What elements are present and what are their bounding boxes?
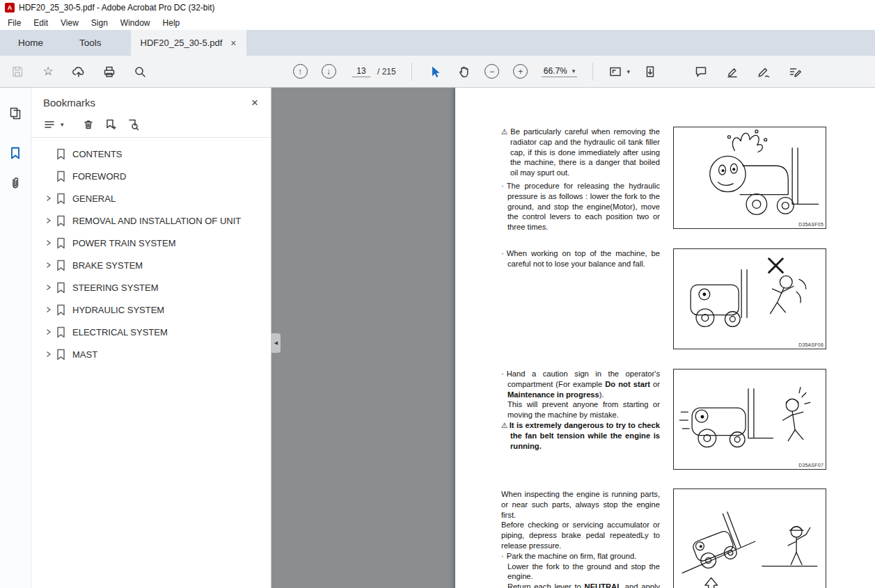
menu-edit[interactable]: Edit	[27, 17, 54, 29]
chevron-right-icon[interactable]	[42, 262, 56, 269]
bookmark-flag-icon	[56, 349, 66, 360]
bullet-paragraph: ·Park the machine on firm, flat ground.	[501, 551, 660, 562]
bookmark-label: MAST	[72, 349, 97, 360]
chevron-right-icon[interactable]	[42, 284, 56, 291]
figure-box: D35ASF08	[673, 488, 826, 588]
delete-bookmark-button[interactable]	[82, 118, 95, 131]
bookmark-options-button[interactable]: ▾	[43, 118, 64, 131]
cloud-upload-button[interactable]	[67, 61, 90, 83]
chevron-right-icon[interactable]	[42, 328, 56, 335]
paragraph-block: ⚠Be particularly careful when removing t…	[501, 127, 660, 235]
bookmark-flag-icon	[56, 326, 66, 338]
bookmarks-title: Bookmarks	[43, 97, 95, 109]
menu-help[interactable]: Help	[157, 17, 187, 29]
body-paragraph: When inspecting the engine is running pa…	[501, 489, 660, 520]
comment-icon	[694, 65, 708, 79]
chevron-right-icon	[42, 173, 56, 180]
bookmark-label: BRAKE SYSTEM	[72, 260, 143, 271]
main-toolbar: ☆ ↑ ↓ 13 / 215	[0, 56, 875, 88]
bookmark-item-steering-system[interactable]: STEERING SYSTEM	[31, 276, 271, 299]
panel-collapse-handle[interactable]: ◀	[271, 333, 281, 353]
star-button[interactable]: ☆	[36, 61, 60, 83]
bookmark-item-foreword[interactable]: FOREWORD	[31, 165, 271, 187]
bookmark-flag-icon	[56, 170, 66, 182]
zoom-level-dropdown[interactable]: 66.7% ▾	[542, 66, 578, 77]
zoom-out-button[interactable]: −	[480, 61, 504, 83]
print-button[interactable]	[97, 61, 121, 83]
tab-document[interactable]: HDF20_25_30-5.pdf ×	[131, 30, 246, 56]
bookmark-item-electrical-system[interactable]: ELECTRICAL SYSTEM	[31, 321, 271, 343]
bookmark-label: CONTENTS	[72, 149, 123, 159]
hand-tool-button[interactable]	[452, 61, 475, 83]
figure-caption: D35ASF05	[798, 222, 823, 227]
bookmarks-toolbar: ▾	[31, 114, 271, 138]
bookmark-item-removal-installation[interactable]: REMOVAL AND INSTALLATION OF UNIT	[31, 209, 271, 232]
menu-view[interactable]: View	[54, 17, 85, 29]
previous-page-button[interactable]: ↑	[288, 61, 312, 83]
menu-window[interactable]: Window	[114, 17, 157, 29]
bookmark-label: FOREWORD	[72, 171, 126, 182]
fill-sign-icon	[788, 65, 802, 79]
tab-tools[interactable]: Tools	[61, 30, 120, 56]
chevron-down-icon: ▾	[572, 67, 576, 74]
comment-button[interactable]	[689, 61, 713, 83]
scroll-mode-icon	[643, 65, 657, 79]
options-icon	[43, 118, 56, 131]
page-fit-button[interactable]: ▾	[604, 61, 633, 83]
zoom-in-button[interactable]: +	[509, 61, 533, 83]
pages-panel-button[interactable]	[5, 104, 26, 123]
bullet-paragraph: ·The procedure for releasing the hydraul…	[501, 181, 660, 232]
body-paragraph: Return each lever to NEUTRAL and apply t…	[501, 582, 660, 588]
chevron-right-icon[interactable]	[42, 306, 56, 313]
select-tool-button[interactable]	[423, 61, 447, 83]
body-paragraph: Before checking or servicing accumulator…	[501, 520, 660, 550]
bookmark-item-general[interactable]: GENERAL	[31, 187, 271, 209]
toolbar-divider	[592, 63, 593, 81]
toolbar-center-group: ↑ ↓ 13 / 215 − + 66.7% ▾	[288, 56, 662, 87]
title-bar: A HDF20_25_30-5.pdf - Adobe Acrobat Pro …	[0, 0, 875, 15]
bookmarks-panel-button[interactable]	[5, 143, 26, 163]
figure-box: D35ASF07	[673, 369, 826, 470]
add-bookmark-button[interactable]	[104, 118, 117, 131]
page-count-label: / 215	[377, 67, 396, 77]
figure-box: D35ASF06	[673, 248, 826, 349]
warning-icon: ⚠	[501, 127, 509, 136]
bookmarks-panel: Bookmarks × ▾	[31, 88, 271, 588]
bookmark-item-brake-system[interactable]: BRAKE SYSTEM	[31, 254, 271, 276]
chevron-right-icon[interactable]	[42, 351, 56, 358]
chevron-down-icon: ▾	[627, 68, 631, 75]
bookmark-item-hydraulic-system[interactable]: HYDRAULIC SYSTEM	[31, 299, 271, 321]
chevron-right-icon[interactable]	[42, 239, 56, 246]
bookmark-item-power-train[interactable]: POWER TRAIN SYSTEM	[31, 232, 271, 254]
hand-tool-icon	[457, 65, 471, 79]
menu-file[interactable]: File	[1, 17, 27, 29]
attachments-panel-button[interactable]	[5, 173, 26, 193]
bullet-paragraph: ·When working on top of the machine, be …	[501, 248, 660, 269]
close-panel-icon[interactable]: ×	[251, 97, 258, 109]
bookmark-item-contents[interactable]: CONTENTS	[31, 143, 271, 165]
chevron-right-icon[interactable]	[42, 217, 56, 224]
sign-button[interactable]	[752, 61, 775, 83]
zoom-in-icon: +	[513, 64, 528, 79]
warning-paragraph: ⚠It is extremely dangerous to try to che…	[501, 420, 660, 451]
document-viewport[interactable]: ◀ ⚠Be particularly careful when removing…	[271, 88, 875, 588]
page-fit-icon	[608, 65, 622, 79]
page-number-input[interactable]: 13	[352, 66, 370, 77]
bullet-paragraph: ·Hand a caution sign in the operator's c…	[501, 369, 660, 399]
tab-home[interactable]: Home	[0, 30, 61, 56]
save-button[interactable]	[6, 61, 29, 83]
window-title: HDF20_25_30-5.pdf - Adobe Acrobat Pro DC…	[19, 3, 214, 13]
chevron-right-icon[interactable]	[42, 195, 56, 202]
scroll-mode-button[interactable]	[638, 61, 662, 83]
menu-sign[interactable]: Sign	[85, 17, 114, 29]
bookmark-item-mast[interactable]: MAST	[31, 343, 271, 365]
toolbar-divider	[411, 63, 412, 81]
figure-illustration-collision	[674, 370, 826, 469]
expand-current-bookmark-button[interactable]	[127, 118, 139, 131]
highlight-button[interactable]	[720, 61, 744, 83]
fill-sign-button[interactable]	[783, 61, 807, 83]
next-page-button[interactable]: ↓	[317, 61, 340, 83]
collapse-left-icon: ◀	[274, 340, 278, 346]
close-icon[interactable]: ×	[230, 38, 236, 48]
search-button[interactable]	[128, 61, 152, 83]
